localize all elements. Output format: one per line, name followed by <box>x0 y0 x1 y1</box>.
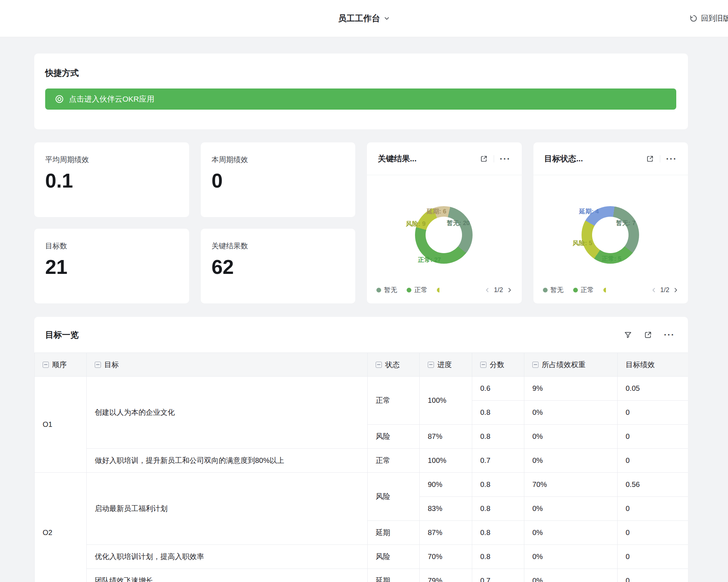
legend-dot <box>376 288 381 292</box>
table-row[interactable]: 优化入职培训计划，提高入职效率风险70%0.80%0 <box>35 545 688 569</box>
legend-label: 正常 <box>414 286 427 294</box>
column-header[interactable]: 所占绩效权重 <box>524 353 618 377</box>
table-cell: 0 <box>618 545 688 569</box>
collapse-field-icon[interactable] <box>532 362 539 368</box>
table-cell: 70% <box>524 473 618 497</box>
collapse-field-icon[interactable] <box>43 362 49 368</box>
legend-label: 正常 <box>581 286 594 294</box>
table-row[interactable]: O2启动最新员工福利计划风险90%0.870%0.56 <box>35 473 688 497</box>
table-cell: 0 <box>618 569 688 582</box>
donut-label: 暂无: 20 <box>447 219 470 227</box>
more-options-icon[interactable]: ··· <box>500 154 511 163</box>
table-cell: 0 <box>618 497 688 521</box>
table-cell: 0.05 <box>618 377 688 401</box>
table-title: 目标一览 <box>45 329 612 341</box>
table-cell: 风险 <box>368 473 420 521</box>
legend-item[interactable]: 暂无 <box>376 286 397 294</box>
table-row[interactable]: 团队绩效飞速增长延期79%0.70%0 <box>35 569 688 582</box>
stat-card-key-results: 关键结果数 62 <box>201 229 356 303</box>
chart-title: 目标状态... <box>544 153 646 164</box>
collapse-field-icon[interactable] <box>428 362 434 368</box>
back-label: 回到旧版 <box>701 13 728 23</box>
legend-pager: 1/2 <box>485 286 512 294</box>
legend-partial-dot <box>437 288 439 292</box>
stat-card-current-cycle: 本周期绩效 0 <box>201 142 356 217</box>
okr-app-button[interactable]: 点击进入伙伴云OKR应用 <box>45 89 676 110</box>
table-cell: 创建以人为本的企业文化 <box>87 377 368 449</box>
table-cell: 风险 <box>368 425 420 449</box>
legend-label: 暂无 <box>384 286 397 294</box>
stat-label: 平均周期绩效 <box>45 155 178 165</box>
page-title: 员工工作台 <box>338 13 380 24</box>
collapse-field-icon[interactable] <box>480 362 486 368</box>
table-cell: 83% <box>420 497 472 521</box>
table-cell: 0% <box>524 545 618 569</box>
legend-item[interactable]: 正常 <box>573 286 594 294</box>
column-header[interactable]: 顺序 <box>35 353 87 377</box>
table-row[interactable]: 做好入职培训，提升新员工和公司双向的满意度到80%以上正常100%0.70%0 <box>35 449 688 473</box>
column-header[interactable]: 状态 <box>368 353 420 377</box>
stat-value: 0.1 <box>45 169 178 192</box>
pager-next-icon[interactable] <box>673 287 678 293</box>
legend-item[interactable]: 暂无 <box>543 286 564 294</box>
column-label: 目标绩效 <box>626 360 655 370</box>
table-cell: 做好入职培训，提升新员工和公司双向的满意度到80%以上 <box>87 449 368 473</box>
column-label: 分数 <box>490 360 504 370</box>
stat-value: 0 <box>212 169 345 192</box>
divider <box>494 155 494 162</box>
chevron-down-icon <box>384 15 390 21</box>
table-cell: 0.8 <box>472 425 524 449</box>
stat-label: 目标数 <box>45 241 178 251</box>
table-cell: 0 <box>618 521 688 545</box>
column-header[interactable]: 目标绩效 <box>618 353 688 377</box>
legend-item[interactable]: 正常 <box>407 286 427 294</box>
column-header[interactable]: 进度 <box>420 353 472 377</box>
stat-label: 关键结果数 <box>212 241 345 251</box>
open-external-icon[interactable] <box>480 155 488 163</box>
column-label: 顺序 <box>52 360 67 370</box>
table-cell: 70% <box>420 545 472 569</box>
table-cell: 风险 <box>368 545 420 569</box>
table-cell: 0.8 <box>472 545 524 569</box>
legend-dot <box>407 288 411 292</box>
table-cell: O1 <box>35 377 87 473</box>
legend-dot <box>543 288 548 292</box>
chart-legend: 暂无正常 1/2 <box>533 282 688 303</box>
stat-label: 本周期绩效 <box>212 155 345 165</box>
table-cell: 90% <box>420 473 472 497</box>
shortcuts-card: 快捷方式 点击进入伙伴云OKR应用 <box>34 54 688 129</box>
donut-label: 正常: 27 <box>418 256 441 264</box>
table-row[interactable]: O1创建以人为本的企业文化正常100%0.69%0.05 <box>35 377 688 401</box>
column-label: 状态 <box>385 360 400 370</box>
objectives-table: 顺序目标状态进度分数所占绩效权重目标绩效 O1创建以人为本的企业文化正常100%… <box>34 353 688 582</box>
pager-next-icon[interactable] <box>507 287 512 293</box>
column-header[interactable]: 目标 <box>87 353 368 377</box>
filter-icon[interactable] <box>624 331 632 339</box>
pager-prev-icon[interactable] <box>651 287 657 293</box>
table-cell: 0.7 <box>472 569 524 582</box>
key-results-donut-chart: 延期: 6暂无: 20正常: 27风险: 9 <box>367 175 522 282</box>
workspace-switcher[interactable]: 员工工作台 <box>338 13 390 24</box>
table-cell: 0.7 <box>472 449 524 473</box>
donut-label: 风险: 9 <box>406 220 426 228</box>
collapse-field-icon[interactable] <box>376 362 382 368</box>
donut-label: 暂无: 7 <box>616 219 636 227</box>
more-options-icon[interactable]: ··· <box>666 154 677 163</box>
column-header[interactable]: 分数 <box>472 353 524 377</box>
legend-dot <box>573 288 578 292</box>
table-cell: 正常 <box>368 377 420 425</box>
more-options-icon[interactable]: ··· <box>664 330 675 339</box>
table-cell: 87% <box>420 425 472 449</box>
open-external-icon[interactable] <box>646 155 654 163</box>
table-cell: 9% <box>524 377 618 401</box>
table-cell: 优化入职培训计划，提高入职效率 <box>87 545 368 569</box>
legend-label: 暂无 <box>551 286 564 294</box>
pager-prev-icon[interactable] <box>485 287 490 293</box>
collapse-field-icon[interactable] <box>95 362 101 368</box>
stat-card-objectives: 目标数 21 <box>34 229 189 303</box>
stat-value: 62 <box>212 255 345 279</box>
stat-value: 21 <box>45 255 178 279</box>
back-to-old-version[interactable]: 回到旧版 <box>689 0 728 37</box>
open-external-icon[interactable] <box>644 331 652 339</box>
chart-legend: 暂无正常 1/2 <box>367 282 522 303</box>
